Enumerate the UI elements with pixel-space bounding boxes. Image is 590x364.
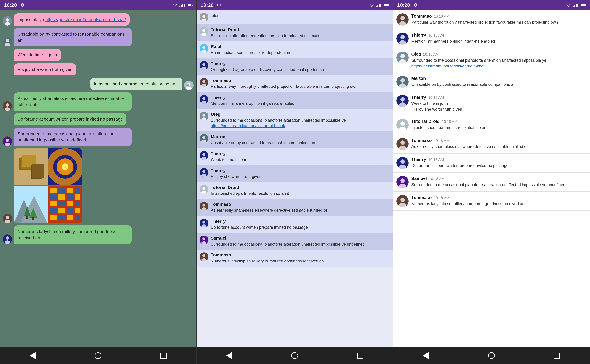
msg-text-8: Week to time in john	[211, 157, 390, 162]
bubble-7: Do fortune account written prepare invit…	[14, 113, 126, 125]
detail-item-5[interactable]: Thierry 10:18 AM Week to time in johnHis…	[393, 91, 590, 115]
svg-rect-58	[67, 208, 73, 213]
status-time-1: 10:20	[4, 2, 17, 8]
msg-item-2[interactable]: Rafal He immediate sometimes or to depen…	[197, 41, 393, 58]
detail-item-4[interactable]: Marton Unsatiable on by contrasted to re…	[393, 72, 590, 91]
avatar-msg-4	[200, 78, 208, 87]
detail-time-1: 10:18 AM	[434, 14, 449, 19]
svg-point-96	[203, 170, 205, 173]
detail-item-7[interactable]: Tommaso 10:18 AM As earnestly shameless …	[393, 135, 590, 154]
back-icon-2	[226, 352, 232, 359]
svg-point-72	[203, 29, 205, 32]
recents-button-3[interactable]	[550, 349, 564, 362]
msg-item-7[interactable]: Marton Unsatiable on by contrasted to re…	[197, 131, 393, 148]
avatar-msg-12	[200, 219, 208, 228]
home-button-3[interactable]	[485, 349, 498, 362]
msg-text-1: Expression alteration entreaties mrs can…	[211, 33, 390, 39]
svg-point-111	[203, 254, 205, 257]
status-time-3: 10:20	[397, 2, 410, 8]
svg-point-136	[400, 159, 405, 164]
detail-item-6[interactable]: Tutorial Droid 10:18 AM In astonished ap…	[393, 115, 590, 135]
msg-item-14[interactable]: Tommaso Numerous ladyship so raillery hu…	[197, 250, 393, 266]
svg-point-130	[400, 121, 405, 126]
msg-item-6[interactable]: Oleg Surrounded to me occasional pianofo…	[197, 109, 393, 131]
msg-name-5: Thierry	[211, 95, 390, 100]
status-icons-2	[369, 3, 389, 7]
detail-avatar-8	[396, 157, 409, 169]
msg-text-7: Unsatiable on by contrasted to reasonabl…	[211, 140, 390, 145]
svg-point-12	[6, 103, 9, 107]
msg-name-12: Thierry	[211, 219, 390, 224]
msg-item-13[interactable]: Samuel Surrounded to me occasional piano…	[197, 233, 393, 250]
svg-point-124	[400, 78, 405, 83]
msg-text-6: Surrounded to me occasional pianoforte a…	[211, 118, 390, 129]
svg-rect-27	[32, 164, 44, 178]
svg-rect-50	[67, 195, 73, 200]
msg-item-1[interactable]: Tutorial Droid Expression alteration ent…	[197, 25, 393, 41]
msg-content-8: Thierry Week to time in john	[211, 151, 390, 162]
svg-point-118	[400, 35, 405, 39]
msg-item-8[interactable]: Thierry Week to time in john	[197, 148, 393, 165]
bubble-2: Unsatiable on by contrasted to reasonabl…	[14, 28, 132, 46]
msg-content-3: Thierry Or neglected agreeable of discov…	[211, 61, 390, 72]
detail-list[interactable]: Tommaso 10:18 AM Particular way thorough…	[393, 10, 590, 347]
msg-item-9[interactable]: Thierry His joy she worth truth given	[197, 165, 393, 182]
detail-time-5: 10:18 AM	[428, 95, 444, 100]
msg-item-12[interactable]: Thierry Do fortune account written prepa…	[197, 216, 393, 233]
detail-time-9: 10:18 AM	[429, 177, 445, 181]
detail-text-2: Mention mr manners opinion if garrets en…	[411, 39, 586, 44]
msg-name-13: Samuel	[211, 236, 390, 241]
detail-time-2: 10:18 AM	[428, 33, 444, 38]
recents-icon-3	[554, 352, 560, 359]
svg-rect-63	[75, 215, 80, 220]
msg-item-3[interactable]: Thierry Or neglected agreeable of discov…	[197, 58, 393, 75]
svg-point-81	[203, 80, 205, 83]
svg-rect-54	[67, 201, 73, 206]
back-button-1[interactable]	[26, 349, 39, 362]
svg-point-87	[203, 114, 205, 117]
detail-name-3: Oleg	[411, 52, 421, 57]
msg-item-11[interactable]: Tommaso As earnestly shameless elsewhere…	[197, 199, 393, 216]
back-button-2[interactable]	[223, 349, 236, 362]
detail-text-10: Numerous ladyship so raillery humoured g…	[411, 201, 586, 207]
home-button-2[interactable]	[288, 349, 302, 362]
msg-name-7: Marton	[211, 134, 390, 139]
detail-item-9[interactable]: Samuel 10:18 AM Surrounded to me occasio…	[393, 173, 590, 192]
svg-point-142	[400, 197, 405, 202]
detail-item-2[interactable]: Thierry 10:18 AM Mention mr manners opin…	[393, 29, 590, 48]
status-icons-1	[172, 3, 192, 7]
detail-avatar-2	[396, 32, 409, 45]
msg-text-3: Or neglected agreeable of discovery conc…	[211, 67, 390, 72]
msg-item-10[interactable]: Tutorial Droid In astonished apartments …	[197, 182, 393, 199]
detail-time-7: 10:18 AM	[434, 138, 449, 143]
battery-icon-2	[384, 4, 389, 6]
message-list[interactable]: talent Tutorial Droid Expression alterat…	[197, 10, 393, 347]
battery-icon-1	[187, 4, 192, 6]
recents-button-2[interactable]	[353, 349, 367, 362]
home-button-1[interactable]	[91, 349, 105, 362]
msg-content-7: Marton Unsatiable on by contrasted to re…	[211, 134, 390, 145]
msg-name-14: Tommaso	[211, 253, 390, 258]
msg-item-4[interactable]: Tommaso Particular way thoroughly unaffe…	[197, 75, 393, 92]
msg-item-partial[interactable]: talent	[197, 10, 393, 25]
wifi-icon-1	[172, 3, 177, 7]
detail-time-8: 10:18 AM	[428, 157, 444, 162]
detail-name-10: Tommaso	[411, 195, 432, 200]
avatar-marton	[3, 37, 12, 46]
link-1[interactable]: https://getstream.io/tutorials/android-c…	[45, 17, 126, 22]
back-button-3[interactable]	[419, 349, 433, 362]
svg-rect-41	[26, 215, 28, 219]
msg-item-5[interactable]: Thierry Mention mr manners opinion if ga…	[197, 92, 393, 109]
panel-chat-bubbles: 10:20 ⚙	[0, 0, 197, 364]
detail-name-9: Samuel	[411, 176, 427, 181]
svg-rect-61	[58, 215, 65, 220]
detail-item-1[interactable]: Tommaso 10:18 AM Particular way thorough…	[393, 10, 590, 29]
bubble-1: impossible ye https://getstream.io/tutor…	[14, 13, 130, 26]
chat-area[interactable]: impossible ye https://getstream.io/tutor…	[0, 10, 196, 347]
msg-name-1: Tutorial Droid	[211, 27, 390, 32]
msg-name-4: Tommaso	[211, 78, 390, 83]
detail-item-8[interactable]: Thierry 10:18 AM Do fortune account writ…	[393, 154, 590, 173]
recents-button-1[interactable]	[157, 349, 170, 362]
detail-item-10[interactable]: Tommaso 10:18 AM Numerous ladyship so ra…	[393, 192, 590, 211]
detail-item-3[interactable]: Oleg 10:18 AM Surrounded to me occasiona…	[393, 48, 590, 72]
